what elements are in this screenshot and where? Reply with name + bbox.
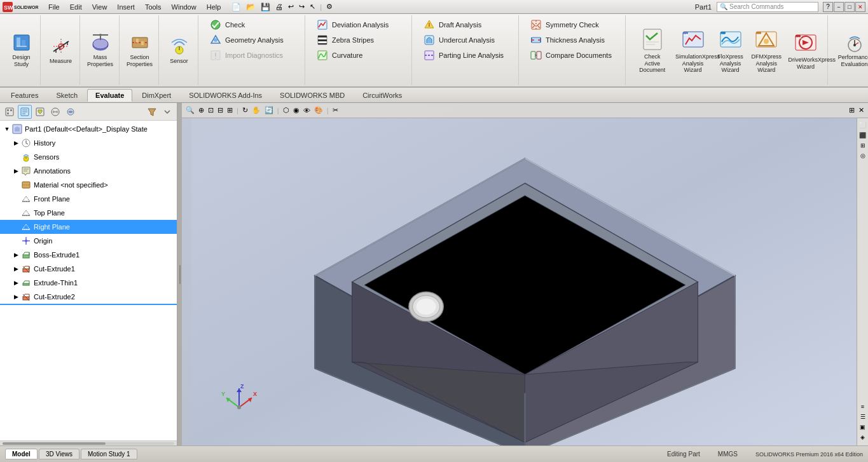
- section-properties-button[interactable]: SectionProperties: [123, 31, 156, 70]
- boss-extrude1-expand-icon[interactable]: ▶: [11, 252, 20, 258]
- menu-edit[interactable]: Edit: [65, 2, 87, 12]
- view-hide-show-icon[interactable]: 👁: [302, 105, 312, 116]
- menu-file[interactable]: File: [43, 2, 65, 12]
- view-tool-1[interactable]: ⬜: [858, 121, 867, 130]
- cut-extrude1-expand-icon[interactable]: ▶: [11, 266, 20, 272]
- tree-annotations[interactable]: ▶ Annotations: [0, 164, 177, 178]
- extrude-thin1-expand-icon[interactable]: ▶: [11, 280, 20, 286]
- help-btn[interactable]: ?: [823, 2, 833, 12]
- options-icon[interactable]: ⚙: [324, 2, 334, 11]
- zebra-stripes-item[interactable]: Zebra Stripes: [314, 33, 408, 47]
- dimxpert-manager-btn[interactable]: [48, 105, 62, 119]
- geometry-analysis-item[interactable]: Geometry Analysis: [207, 33, 301, 47]
- annotations-expand-icon[interactable]: ▶: [11, 168, 20, 174]
- tree-top-plane[interactable]: Top Plane: [0, 206, 177, 220]
- thickness-analysis-item[interactable]: Thickness Analysis: [528, 33, 621, 47]
- view-tool-3[interactable]: ⊞: [858, 141, 867, 150]
- tree-cut-extrude1[interactable]: ▶ Cut-Extrude1: [0, 262, 177, 276]
- tab-sketch[interactable]: Sketch: [48, 89, 86, 101]
- tree-cut-extrude2[interactable]: ▶ Cut-Extrude2: [0, 290, 177, 305]
- print-icon[interactable]: 🖨: [273, 2, 285, 12]
- view-edit-appear-icon[interactable]: 🎨: [313, 105, 324, 116]
- tree-boss-extrude1[interactable]: ▶ Boss-Extrude1: [0, 248, 177, 262]
- view-zoom-prev-icon[interactable]: ⊕: [197, 105, 205, 116]
- view-zoom-sel-icon[interactable]: ⊞: [226, 105, 234, 116]
- draft-analysis-item[interactable]: Draft Analysis: [421, 18, 514, 32]
- view-3d-rotate-icon[interactable]: 🔄: [263, 105, 275, 116]
- tree-material[interactable]: Material <not specified>: [0, 178, 177, 192]
- motion-study-tab[interactable]: Motion Study 1: [81, 449, 137, 459]
- parting-line-item[interactable]: Parting Line Analysis: [421, 48, 514, 62]
- tree-front-plane[interactable]: Front Plane: [0, 192, 177, 206]
- tree-sensors[interactable]: Sensors: [0, 150, 177, 164]
- sensor-button[interactable]: Sensor: [163, 34, 195, 67]
- viewport-close-icon[interactable]: ✕: [857, 105, 865, 116]
- select-icon[interactable]: ↖: [308, 2, 317, 11]
- measure-button[interactable]: Measure: [45, 34, 77, 67]
- view-section-view-icon[interactable]: ✂: [331, 105, 340, 116]
- collapse-btn[interactable]: [160, 105, 174, 119]
- open-icon[interactable]: 📂: [244, 2, 258, 12]
- tab-features[interactable]: Features: [3, 89, 46, 101]
- tab-circuitworks[interactable]: CircuitWorks: [354, 89, 410, 101]
- display-state-btn[interactable]: [64, 105, 78, 119]
- menu-view[interactable]: View: [87, 2, 113, 12]
- new-icon[interactable]: 📄: [230, 2, 243, 12]
- tab-dimxpert[interactable]: DimXpert: [134, 89, 179, 101]
- view-zoom-fit-icon[interactable]: ⊟: [216, 105, 224, 116]
- filter-btn[interactable]: [145, 105, 159, 119]
- view-tool-6[interactable]: ☰: [858, 412, 867, 421]
- cut-extrude2-expand-icon[interactable]: ▶: [11, 294, 20, 300]
- dfmxpress-button[interactable]: DFM DFMXpressAnalysisWizard: [749, 24, 784, 76]
- view-tool-4[interactable]: ◎: [858, 151, 867, 160]
- view-orient-icon[interactable]: ⬡: [282, 105, 291, 116]
- design-study-button[interactable]: DesignStudy: [6, 31, 38, 70]
- close-btn[interactable]: ✕: [855, 2, 865, 12]
- tree-origin[interactable]: Origin: [0, 234, 177, 248]
- viewport-expand-icon[interactable]: ⊞: [848, 105, 856, 116]
- check-active-doc-button[interactable]: Check ActiveDocument: [633, 24, 672, 76]
- flowxpress-button[interactable]: FLO FloXpressAnalysisWizard: [715, 24, 747, 76]
- history-expand-icon[interactable]: ▶: [11, 140, 20, 146]
- symmetry-check-item[interactable]: Symmetry Check: [528, 18, 621, 32]
- save-icon[interactable]: 💾: [259, 2, 272, 12]
- performance-eval-button[interactable]: PerformanceEvaluation: [834, 31, 868, 70]
- viewport[interactable]: 🔍 ⊕ ⊡ ⊟ ⊞ | ↻ ✋ 🔄 | ⬡ ◉ 👁 🎨 | ✂ ⊞ ✕: [182, 103, 868, 445]
- model-tab[interactable]: Model: [5, 449, 38, 459]
- tree-extrude-thin1[interactable]: ▶ Extrude-Thin1: [0, 276, 177, 290]
- tab-evaluate[interactable]: Evaluate: [87, 89, 132, 102]
- search-box[interactable]: 🔍 Search Commands: [717, 2, 818, 12]
- menu-tools[interactable]: Tools: [140, 2, 167, 12]
- compare-documents-item[interactable]: Compare Documents: [528, 48, 621, 62]
- 3d-views-tab[interactable]: 3D Views: [39, 449, 79, 459]
- tab-solidworks-mbd[interactable]: SOLIDWORKS MBD: [272, 89, 353, 101]
- curvature-item[interactable]: Curvature: [314, 48, 408, 62]
- config-manager-btn[interactable]: [33, 105, 47, 119]
- redo-icon[interactable]: ↪: [297, 2, 307, 11]
- check-item[interactable]: Check: [207, 18, 301, 32]
- tree-root[interactable]: ▼ Part1 (Default<<Default>_Display State: [0, 122, 177, 136]
- tab-solidworks-add-ins[interactable]: SOLIDWORKS Add-Ins: [181, 89, 270, 101]
- menu-help[interactable]: Help: [202, 2, 226, 12]
- view-tool-2[interactable]: ⬛: [858, 131, 867, 140]
- view-zoom-sheet-icon[interactable]: ⊡: [207, 105, 215, 116]
- mass-properties-button[interactable]: MassProperties: [83, 31, 117, 70]
- view-rotate-icon[interactable]: ↻: [241, 105, 249, 116]
- property-manager-btn[interactable]: [18, 105, 32, 119]
- undercut-analysis-item[interactable]: Undercut Analysis: [421, 33, 514, 47]
- restore-btn[interactable]: □: [844, 2, 855, 12]
- minimize-btn[interactable]: −: [834, 2, 844, 12]
- view-tool-8[interactable]: ◈: [858, 433, 867, 442]
- view-tool-7[interactable]: ▣: [858, 423, 867, 431]
- view-search-icon[interactable]: 🔍: [184, 105, 196, 116]
- view-display-style-icon[interactable]: ◉: [292, 105, 301, 116]
- simulation-xpress-button[interactable]: SIM SimulationXpressAnalysis Wizard: [674, 24, 712, 76]
- view-pan-icon[interactable]: ✋: [251, 105, 262, 116]
- view-tool-5[interactable]: ≡: [858, 402, 867, 411]
- menu-insert[interactable]: Insert: [112, 2, 140, 12]
- feature-manager-btn[interactable]: [3, 105, 17, 119]
- tree-history[interactable]: ▶ History: [0, 136, 177, 150]
- undo-icon[interactable]: ↩: [286, 2, 296, 11]
- deviation-analysis-item[interactable]: Deviation Analysis: [314, 18, 408, 32]
- root-expand-icon[interactable]: ▼: [3, 126, 11, 132]
